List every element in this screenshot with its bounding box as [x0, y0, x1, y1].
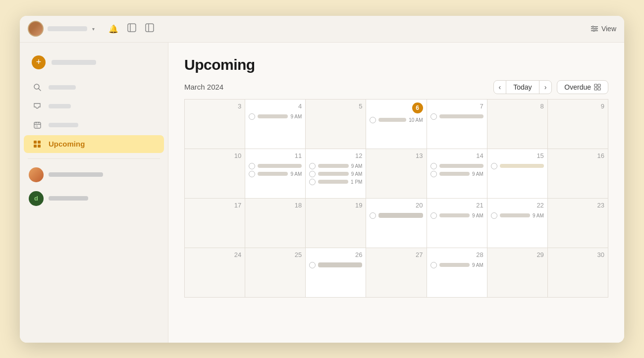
svg-point-8	[595, 28, 596, 30]
today-button[interactable]: Today	[506, 81, 539, 94]
calendar-day[interactable]: 19	[306, 198, 366, 248]
event-item[interactable]: 9 AM	[430, 171, 483, 177]
day-number: 22	[537, 202, 543, 209]
event-item[interactable]	[491, 163, 544, 169]
event-item[interactable]: 9 AM	[491, 212, 544, 219]
event-checkbox[interactable]	[430, 212, 437, 219]
event-checkbox[interactable]	[491, 212, 497, 219]
event-item[interactable]: 9 AM	[249, 171, 302, 177]
event-item[interactable]	[430, 113, 483, 120]
event-checkbox[interactable]	[309, 262, 316, 268]
calendar-day[interactable]: 49 AM	[245, 99, 306, 149]
chevron-down-icon[interactable]: ▾	[92, 26, 95, 32]
calendar-day[interactable]: 29	[487, 248, 547, 297]
event-item[interactable]	[370, 212, 423, 219]
event-time: 9 AM	[351, 171, 363, 177]
event-checkbox[interactable]	[430, 163, 437, 169]
event-checkbox[interactable]	[370, 117, 376, 123]
sidebar-item-upcoming[interactable]: Upcoming	[24, 135, 164, 153]
day-number: 26	[355, 251, 362, 258]
day-number: 23	[597, 202, 604, 209]
calendar-day[interactable]: 16	[547, 149, 608, 198]
prev-button[interactable]: ‹	[494, 81, 506, 94]
sidebar-item-calendar[interactable]: 21	[24, 116, 164, 134]
calendar-day[interactable]: 18	[245, 198, 306, 248]
event-time: 10 AM	[409, 117, 423, 123]
sidebar-top: +	[20, 49, 168, 78]
event-item[interactable]	[430, 163, 483, 169]
event-bar	[378, 213, 423, 218]
avatar[interactable]	[28, 21, 44, 37]
event-checkbox[interactable]	[430, 171, 437, 177]
calendar-day[interactable]: 23	[547, 198, 608, 248]
event-checkbox[interactable]	[249, 171, 255, 177]
calendar-day[interactable]: 13	[366, 149, 427, 198]
calendar-day[interactable]: 149 AM	[427, 149, 487, 198]
svg-rect-21	[594, 84, 597, 87]
event-item[interactable]	[249, 163, 302, 169]
controls-right: ‹ Today › Overdue	[493, 80, 608, 94]
calendar-day[interactable]: 27	[366, 248, 427, 297]
calendar-day[interactable]: 129 AM9 AM1 PM	[306, 149, 366, 198]
day-number: 12	[355, 152, 362, 159]
calendar-day[interactable]: 9	[547, 99, 608, 149]
calendar-day[interactable]: 229 AM	[487, 198, 547, 248]
account-item-person1[interactable]	[24, 164, 164, 186]
event-checkbox[interactable]	[370, 212, 376, 219]
calendar-day[interactable]: 24	[185, 248, 245, 297]
event-item[interactable]: 9 AM	[309, 163, 362, 169]
account-name-bar	[48, 26, 87, 31]
calendar-day[interactable]: 20	[366, 198, 427, 248]
calendar-day[interactable]: 219 AM	[427, 198, 487, 248]
calendar-day[interactable]: 119 AM	[245, 149, 306, 198]
svg-rect-20	[38, 145, 41, 148]
calendar-day[interactable]: 10	[185, 149, 245, 198]
calendar-day[interactable]: 3	[185, 99, 245, 149]
event-item[interactable]	[309, 262, 362, 268]
event-checkbox[interactable]	[249, 163, 255, 169]
event-checkbox[interactable]	[309, 171, 316, 177]
day-number-today: 6	[412, 102, 423, 113]
calendar-day[interactable]: 289 AM	[427, 248, 487, 297]
sidebar-icon[interactable]	[145, 23, 154, 34]
event-checkbox[interactable]	[249, 113, 255, 120]
toolbar-left: ▾ 🔔	[28, 21, 590, 37]
event-checkbox[interactable]	[491, 163, 497, 169]
page-title: Upcoming	[184, 56, 608, 73]
event-item[interactable]: 9 AM	[430, 262, 483, 268]
event-item[interactable]: 9 AM	[430, 212, 483, 219]
sidebar-item-search[interactable]	[24, 79, 164, 97]
event-bar	[258, 114, 288, 118]
event-item[interactable]: 9 AM	[249, 113, 302, 120]
event-item[interactable]: 9 AM	[309, 171, 362, 177]
day-number: 19	[355, 202, 362, 209]
calendar-day[interactable]: 8	[487, 99, 547, 149]
calendar-day[interactable]: 15	[487, 149, 547, 198]
event-item[interactable]: 10 AM	[370, 117, 423, 123]
sidebar-item-inbox[interactable]	[24, 98, 164, 115]
add-button[interactable]: +	[28, 52, 160, 72]
account-item-person2[interactable]: d	[24, 188, 164, 209]
next-button[interactable]: ›	[539, 81, 552, 94]
calendar-day[interactable]: 610 AM	[366, 99, 427, 149]
svg-rect-0	[128, 24, 136, 32]
day-number: 18	[295, 202, 302, 209]
calendar-day[interactable]: 25	[245, 248, 306, 297]
calendar-day[interactable]: 30	[547, 248, 608, 297]
event-time: 1 PM	[351, 179, 362, 185]
panel-toggle-icon[interactable]	[127, 23, 136, 34]
view-button[interactable]: View	[590, 25, 616, 33]
calendar-day[interactable]: 7	[427, 99, 487, 149]
event-bar	[258, 164, 302, 168]
event-item[interactable]: 1 PM	[309, 179, 362, 185]
event-time: 9 AM	[533, 213, 544, 218]
bell-icon[interactable]: 🔔	[108, 24, 118, 34]
event-checkbox[interactable]	[430, 113, 437, 120]
calendar-day[interactable]: 17	[185, 198, 245, 248]
calendar-day[interactable]: 5	[306, 99, 366, 149]
calendar-day[interactable]: 26	[306, 248, 366, 297]
overdue-button[interactable]: Overdue	[557, 80, 608, 94]
event-checkbox[interactable]	[309, 179, 316, 185]
event-checkbox[interactable]	[309, 163, 316, 169]
event-checkbox[interactable]	[430, 262, 437, 268]
